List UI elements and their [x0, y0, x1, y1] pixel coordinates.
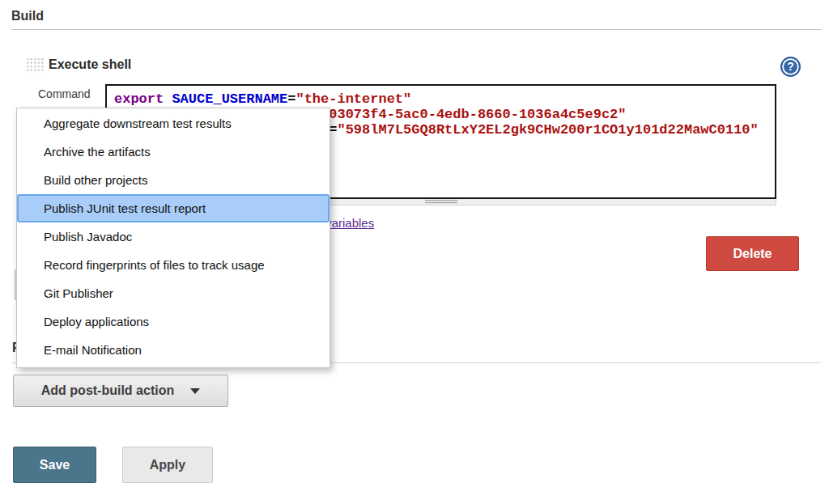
build-section-divider: [11, 29, 821, 30]
code-string: "the-internet": [295, 91, 411, 107]
post-build-action-menu: Aggregate downstream test results Archiv…: [16, 108, 330, 368]
menu-item-aggregate-downstream-test-results[interactable]: Aggregate downstream test results: [17, 109, 329, 138]
code-variable: SAUCE_USERNAME: [172, 91, 287, 107]
menu-item-build-other-projects[interactable]: Build other projects: [17, 166, 329, 194]
menu-item-publish-junit-test-result-report[interactable]: Publish JUnit test result report: [17, 194, 329, 222]
jenkins-build-config-page: Build Execute shell ? Command export SAU…: [0, 0, 829, 504]
build-step-title: Execute shell: [49, 57, 131, 72]
help-icon[interactable]: ?: [780, 57, 801, 77]
menu-item-deploy-applications[interactable]: Deploy applications: [17, 307, 329, 336]
menu-item-git-publisher[interactable]: Git Publisher: [17, 279, 329, 307]
menu-item-publish-javadoc[interactable]: Publish Javadoc: [17, 222, 329, 251]
menu-item-email-notification[interactable]: E-mail Notification: [17, 336, 329, 364]
save-button[interactable]: Save: [13, 447, 96, 483]
menu-item-archive-the-artifacts[interactable]: Archive the artifacts: [17, 138, 329, 166]
build-section-heading: Build: [11, 9, 44, 23]
add-post-build-action-label: Add post-build action: [41, 383, 174, 398]
delete-button[interactable]: Delete: [706, 236, 799, 271]
code-string: "903073f4-5ac0-4edb-8660-1036a4c5e9c2": [312, 107, 627, 122]
code-string: "598lM7L5GQ8RtLxY2EL2gk9CHw200r1CO1y101d…: [337, 122, 758, 138]
chevron-down-icon: [190, 388, 200, 394]
code-keyword: export: [114, 91, 172, 107]
command-label: Command: [38, 87, 91, 100]
code-line: export SAUCE_USERNAME="the-internet": [114, 91, 775, 107]
code-operator: =: [287, 91, 295, 107]
resize-grip-icon: [425, 200, 457, 204]
add-post-build-action-button[interactable]: Add post-build action: [13, 375, 228, 407]
menu-item-record-fingerprints[interactable]: Record fingerprints of files to track us…: [17, 251, 329, 279]
drag-handle-icon[interactable]: [26, 57, 44, 73]
apply-button[interactable]: Apply: [122, 447, 213, 483]
